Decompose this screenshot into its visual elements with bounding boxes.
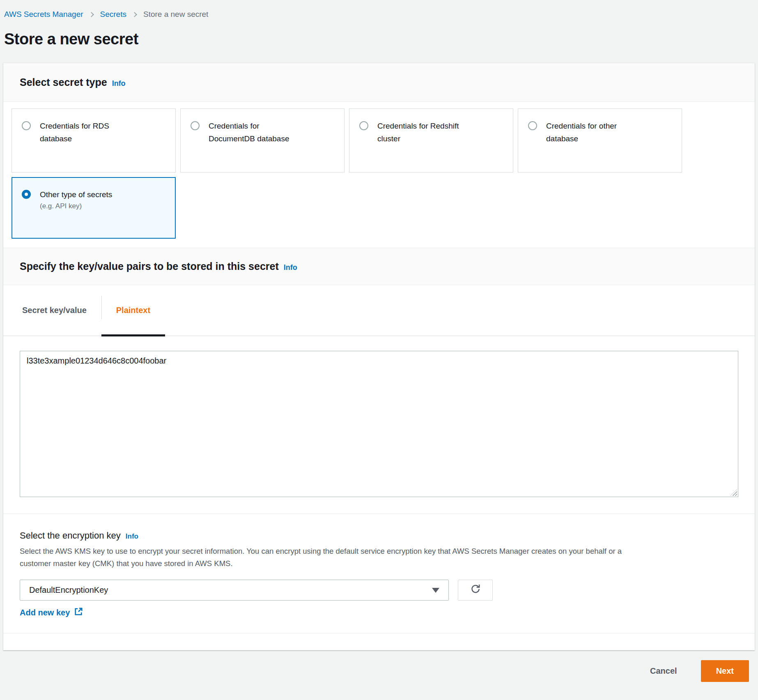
external-link-icon xyxy=(74,607,83,618)
refresh-icon xyxy=(470,584,481,596)
select-secret-type-header: Select secret type Info xyxy=(3,63,755,102)
next-button[interactable]: Next xyxy=(701,660,749,682)
secret-type-row-2: Other type of secrets (e.g. API key) xyxy=(11,177,747,239)
cancel-button[interactable]: Cancel xyxy=(650,666,677,676)
radio-unselected-icon[interactable] xyxy=(528,121,537,130)
page-title: Store a new secret xyxy=(4,30,758,48)
secret-type-label: Credentials for DocumentDB database xyxy=(209,120,297,161)
secret-type-label: Other type of secrets xyxy=(40,188,112,201)
encryption-key-info-link[interactable]: Info xyxy=(126,532,138,541)
secret-type-option-other-database[interactable]: Credentials for other database xyxy=(518,108,682,173)
secret-type-option-other-secrets[interactable]: Other type of secrets (e.g. API key) xyxy=(11,177,176,239)
tab-plaintext[interactable]: Plaintext xyxy=(101,285,165,336)
encryption-key-selected-value: DefaultEncryptionKey xyxy=(29,585,108,595)
secret-type-option-rds[interactable]: Credentials for RDS database xyxy=(11,108,176,173)
secret-value-tabs: Secret key/value Plaintext xyxy=(3,285,755,336)
secret-type-options: Credentials for RDS database Credentials… xyxy=(3,102,755,248)
radio-selected-icon[interactable] xyxy=(22,190,31,199)
plaintext-editor-area: l33te3xample01234d646c8c004foobar xyxy=(3,336,755,497)
select-secret-type-title: Select secret type xyxy=(20,76,107,88)
key-value-section-header: Specify the key/value pairs to be stored… xyxy=(3,248,755,285)
wizard-footer: Cancel Next xyxy=(0,660,749,682)
encryption-key-select[interactable]: DefaultEncryptionKey xyxy=(20,580,449,601)
chevron-right-icon xyxy=(89,12,94,17)
add-new-key-link[interactable]: Add new key xyxy=(20,607,83,618)
secret-type-label: Credentials for RDS database xyxy=(40,120,128,161)
secret-type-option-documentdb[interactable]: Credentials for DocumentDB database xyxy=(180,108,345,173)
key-value-section-title: Specify the key/value pairs to be stored… xyxy=(20,260,279,272)
secret-type-label: Credentials for Redshift cluster xyxy=(377,120,466,161)
breadcrumb: AWS Secrets Manager Secrets Store a new … xyxy=(0,0,758,19)
chevron-right-icon xyxy=(132,12,137,17)
refresh-keys-button[interactable] xyxy=(458,580,493,601)
store-secret-panel: Select secret type Info Credentials for … xyxy=(3,63,755,650)
key-value-info-link[interactable]: Info xyxy=(284,263,297,272)
encryption-key-description: Select the AWS KMS key to use to encrypt… xyxy=(20,545,644,570)
radio-unselected-icon[interactable] xyxy=(359,121,368,130)
plaintext-secret-input[interactable]: l33te3xample01234d646c8c004foobar xyxy=(20,351,738,497)
secret-type-sublabel: (e.g. API key) xyxy=(40,201,112,212)
radio-unselected-icon[interactable] xyxy=(22,121,31,130)
encryption-key-section: Select the encryption key Info Select th… xyxy=(3,514,755,633)
breadcrumb-current: Store a new secret xyxy=(143,10,208,19)
secret-type-label: Credentials for other database xyxy=(546,120,634,161)
select-secret-type-info-link[interactable]: Info xyxy=(112,79,126,88)
encryption-key-title: Select the encryption key xyxy=(20,530,121,541)
tab-secret-key-value[interactable]: Secret key/value xyxy=(7,285,101,336)
secret-type-row-1: Credentials for RDS database Credentials… xyxy=(11,108,747,173)
secret-type-option-redshift[interactable]: Credentials for Redshift cluster xyxy=(349,108,513,173)
add-new-key-label: Add new key xyxy=(20,608,70,617)
breadcrumb-link-secrets[interactable]: Secrets xyxy=(100,10,126,19)
radio-unselected-icon[interactable] xyxy=(191,121,200,130)
breadcrumb-link-secrets-manager[interactable]: AWS Secrets Manager xyxy=(4,10,83,19)
caret-down-icon xyxy=(432,588,439,593)
panel-bottom-padding xyxy=(3,633,755,650)
